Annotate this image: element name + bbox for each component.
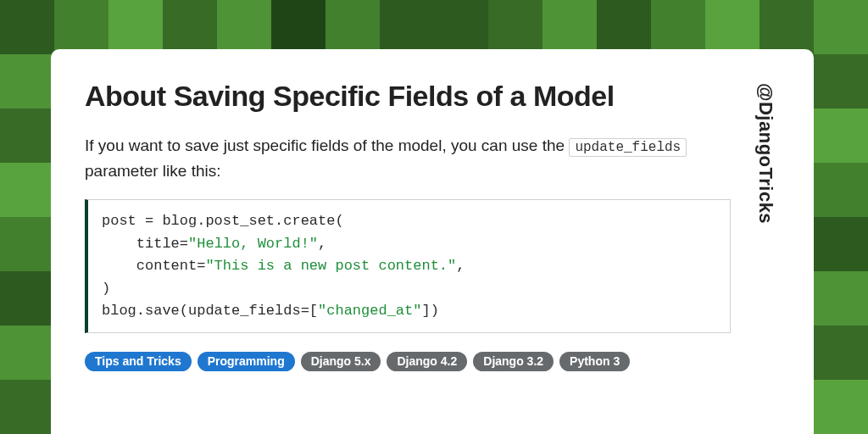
tag-django-5x[interactable]: Django 5.x [301,352,381,371]
code-string: "changed_at" [318,303,421,319]
intro-text-after: parameter like this: [85,162,221,180]
code-line: ]) [421,303,438,319]
tag-django-42[interactable]: Django 4.2 [387,352,467,371]
code-line: title= [102,236,188,252]
tag-python-3[interactable]: Python 3 [559,352,630,371]
tag-row: Tips and Tricks Programming Django 5.x D… [85,352,731,371]
inline-code-update-fields: update_fields [569,138,687,157]
code-line: , [318,236,326,252]
code-string: "This is a new post content." [205,258,456,274]
code-line: blog.save(update_fields=[ [102,303,318,319]
intro-text-before: If you want to save just specific fields… [85,136,569,154]
code-line: , [456,258,465,274]
code-block: post = blog.post_set.create( title="Hell… [85,199,731,333]
code-string: "Hello, World!" [188,236,318,252]
tag-django-32[interactable]: Django 3.2 [473,352,554,371]
tag-tips-and-tricks[interactable]: Tips and Tricks [85,352,192,371]
code-line: ) [102,281,110,297]
code-line: post = blog.post_set.create( [102,213,344,229]
code-line: content= [102,258,205,274]
tag-programming[interactable]: Programming [198,352,295,371]
author-handle[interactable]: @DjangoTricks [754,78,776,434]
article-title: About Saving Specific Fields of a Model [85,78,731,114]
article-intro: If you want to save just specific fields… [85,133,731,185]
article-main: About Saving Specific Fields of a Model … [85,78,731,434]
article-card: About Saving Specific Fields of a Model … [51,49,814,434]
